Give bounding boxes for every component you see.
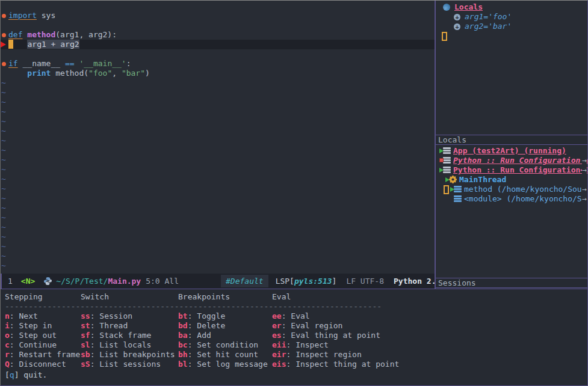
empty-line-tilde: ~ bbox=[0, 261, 435, 271]
hydra-binding: ba: Add bbox=[178, 331, 268, 340]
empty-line-tilde: ~ bbox=[0, 203, 435, 213]
file-path: ~/S/P/Test/ bbox=[56, 277, 108, 286]
locals-tree-root[interactable]: Locals bbox=[436, 2, 588, 12]
tree-row-label[interactable]: method (/home/kyoncho/Sour bbox=[464, 185, 587, 194]
tree-row-label[interactable]: App (test2Art) (running) bbox=[453, 146, 566, 156]
window-number: 1 bbox=[8, 277, 13, 286]
hydra-binding: r: Restart frame bbox=[5, 350, 80, 360]
locals-variables-panel[interactable]: Locals arg1='foo'arg2='bar' bbox=[436, 0, 588, 135]
running-play-icon bbox=[450, 187, 454, 192]
hydra-column-header: Eval bbox=[272, 292, 399, 302]
empty-line-tilde: ~ bbox=[0, 222, 435, 232]
hydra-key: eii bbox=[272, 340, 286, 349]
tree-row[interactable]: <module> (/home/kyoncho/So→ bbox=[436, 194, 588, 204]
expand-plus-icon[interactable] bbox=[454, 14, 460, 20]
hydra-binding: n: Next bbox=[5, 311, 80, 321]
truncation-arrow-icon: → bbox=[582, 194, 587, 204]
code-token: method( bbox=[51, 69, 88, 78]
footer-quit-key: q bbox=[10, 370, 14, 379]
code-line[interactable]: import sys bbox=[0, 11, 435, 20]
sessions-window-titlebar: Sessions bbox=[436, 278, 588, 288]
code-token: __name__ bbox=[18, 59, 65, 68]
code-token: if bbox=[8, 59, 18, 68]
block-cursor bbox=[8, 40, 13, 49]
hydra-binding: c: Continue bbox=[5, 340, 80, 350]
empty-line-tilde: ~ bbox=[0, 165, 435, 174]
expand-plus-icon[interactable] bbox=[454, 23, 460, 30]
thread-running-icon bbox=[445, 176, 457, 184]
panel-cursor-row bbox=[436, 31, 588, 41]
variable-value: arg2='bar' bbox=[465, 22, 512, 31]
code-token: def bbox=[8, 30, 22, 39]
tree-row-label[interactable]: Python :: Run Configuration (te bbox=[453, 156, 588, 165]
stack-frame-active-icon bbox=[450, 185, 462, 194]
tree-row[interactable]: App (test2Art) (running) bbox=[436, 146, 588, 156]
hydra-key: sS bbox=[81, 360, 90, 369]
sessions-tree-panel[interactable]: App (test2Art) (running)Python :: Run Co… bbox=[436, 145, 588, 278]
code-line[interactable] bbox=[0, 20, 435, 30]
code-line[interactable]: def method(arg1, arg2): bbox=[0, 30, 435, 40]
hydra-column-switch: Switchss: Sessionst: Threadsf: Stack fra… bbox=[81, 292, 175, 369]
code-token bbox=[8, 69, 27, 78]
code-line[interactable]: arg1 + arg2 bbox=[0, 40, 435, 49]
tree-row[interactable]: MainThread bbox=[436, 175, 588, 185]
code-line[interactable]: print method("foo", "bar") bbox=[0, 69, 435, 78]
empty-line-tilde: ~ bbox=[0, 107, 435, 117]
code-line[interactable] bbox=[0, 49, 435, 59]
hydra-binding: sl: List locals bbox=[81, 340, 175, 350]
sessions-window-title: Sessions bbox=[438, 278, 476, 287]
python-icon bbox=[43, 277, 52, 286]
code-token: == bbox=[65, 59, 75, 68]
hydra-key: bd bbox=[178, 321, 188, 330]
tree-row[interactable]: Python :: Run Configuration (te→ bbox=[436, 156, 588, 165]
hydra-binding: es: Eval thing at point bbox=[272, 331, 399, 340]
lsp-prefix: LSP[ bbox=[276, 277, 294, 286]
empty-line-tilde: ~ bbox=[0, 117, 435, 126]
empty-line-tilde: ~ bbox=[0, 97, 435, 107]
hydra-column-stepping: Steppingn: Nexti: Step ino: Step outc: C… bbox=[5, 292, 80, 369]
tree-row-label[interactable]: <module> (/home/kyoncho/So bbox=[464, 194, 587, 204]
tree-row[interactable]: Python :: Run Configuration<1> → bbox=[436, 165, 588, 175]
breakpoint-dot-icon[interactable] bbox=[2, 62, 6, 66]
session-stopped-icon bbox=[439, 156, 451, 165]
empty-line-tilde: ~ bbox=[0, 194, 435, 203]
variable-row[interactable]: arg1='foo' bbox=[436, 12, 588, 22]
code-token: (arg1, arg2): bbox=[55, 30, 117, 39]
empty-line-tilde: ~ bbox=[0, 88, 435, 97]
hydra-key: st bbox=[81, 321, 90, 330]
running-play-icon bbox=[439, 149, 444, 153]
breakpoint-dot-icon[interactable] bbox=[2, 14, 6, 18]
hydra-binding: er: Eval region bbox=[272, 321, 399, 331]
code-token: "bar" bbox=[122, 69, 145, 78]
variable-row[interactable]: arg2='bar' bbox=[436, 22, 588, 31]
code-token: : bbox=[126, 59, 131, 68]
tree-row-label[interactable]: MainThread bbox=[459, 175, 506, 185]
truncation-arrow-icon: → bbox=[582, 185, 587, 194]
hydra-key: r bbox=[5, 350, 10, 359]
hydra-binding: ss: Session bbox=[81, 311, 175, 321]
code-token: ) bbox=[145, 69, 150, 78]
code-editor[interactable]: import sysdef method(arg1, arg2): arg1 +… bbox=[0, 0, 435, 274]
breakpoint-dot-icon[interactable] bbox=[2, 33, 6, 37]
code-token: import bbox=[8, 11, 37, 20]
session-running-icon bbox=[439, 166, 451, 174]
code-token: sys bbox=[37, 11, 55, 20]
hydra-key: bl bbox=[178, 360, 188, 369]
hydra-key: eis bbox=[272, 360, 286, 369]
tree-row-label[interactable]: Python :: Run Configuration<1> bbox=[453, 165, 588, 175]
code-token: arg1 + arg2 bbox=[27, 40, 79, 49]
hydra-binding: i: Step in bbox=[5, 321, 80, 331]
tree-row[interactable]: method (/home/kyoncho/Sour→ bbox=[436, 185, 588, 194]
session-running-icon bbox=[439, 147, 451, 155]
locals-scope-label[interactable]: Locals bbox=[454, 2, 483, 12]
hydra-binding: Q: Disconnect bbox=[5, 360, 80, 369]
lsp-suffix: ] bbox=[332, 277, 337, 286]
current-line-arrow-icon bbox=[1, 41, 6, 47]
evil-state-indicator: <N> bbox=[21, 277, 35, 286]
hydra-key: bc bbox=[178, 340, 188, 349]
code-line[interactable]: if __name__ == '__main__': bbox=[0, 59, 435, 69]
major-mode: Python 2.7.15rc1 bbox=[394, 277, 435, 286]
running-play-icon bbox=[439, 168, 444, 173]
variable-value: arg1='foo' bbox=[465, 12, 512, 22]
hydra-key: ba bbox=[178, 331, 188, 340]
